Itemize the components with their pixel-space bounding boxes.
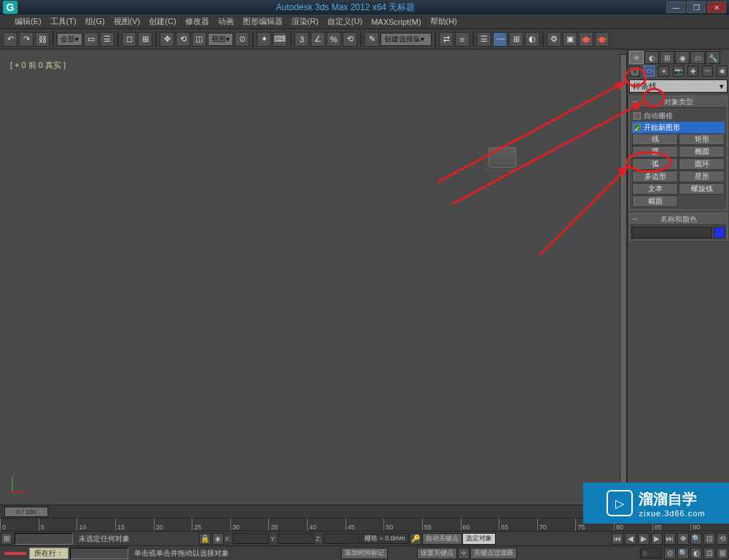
menu-item[interactable]: 创建(C) [149,16,176,27]
curve-editor-button[interactable]: 〰 [493,32,507,47]
spinner-snap-button[interactable]: ⟲ [343,32,357,47]
nav-max-icon[interactable]: ⊡ [703,548,715,559]
material-editor-button[interactable]: ◐ [525,32,539,47]
modify-tab[interactable]: ◐ [644,51,659,64]
key-filter-button[interactable]: 关键点过滤器 [470,548,517,559]
maximize-button[interactable]: ❐ [687,1,706,13]
object-type-button[interactable]: 螺旋线 [679,183,725,195]
nav-region-icon[interactable]: ⊡ [703,533,715,545]
auto-grid-checkbox[interactable]: 自动栅格 [632,110,725,122]
menu-item[interactable]: 视图(V) [114,16,141,27]
object-type-button[interactable]: 截面 [632,195,678,207]
menu-item[interactable]: 组(G) [85,16,105,27]
menu-item[interactable]: 帮助(H) [430,16,457,27]
menu-item[interactable]: 自定义(U) [327,16,362,27]
key-mode-icon[interactable]: ✧ [458,548,469,559]
object-type-button[interactable]: 椭圆 [679,146,725,158]
set-key-button[interactable]: 设置关键点 [417,548,457,559]
render-frame-button[interactable]: ▣ [563,32,577,47]
motion-tab[interactable]: ◉ [675,51,690,64]
create-tab[interactable]: ✳ [629,51,644,64]
redo-button[interactable]: ↷ [19,32,34,47]
menu-item[interactable]: 渲染(R) [292,16,319,27]
object-type-button[interactable]: 多边形 [632,171,678,182]
filter-combo[interactable]: 全部 ▾ [57,33,82,46]
layers-button[interactable]: ☰ [477,32,491,47]
object-type-button[interactable]: 文本 [632,183,678,195]
close-button[interactable]: ✕ [707,1,726,13]
pivot-button[interactable]: ⊙ [235,32,249,47]
manip-button[interactable]: ✦ [257,32,271,47]
snap-button[interactable]: 3 [295,32,309,47]
spacewarps-icon[interactable]: 〰 [702,66,713,77]
viewport-label[interactable]: [ + 0 前 0 真实 ] [10,60,620,71]
undo-button[interactable]: ↶ [3,32,17,47]
playback-prev-icon[interactable]: ◀ [625,533,636,545]
rollout-header[interactable]: 名称和颜色 [630,214,727,225]
time-config-icon[interactable]: ⊙ [664,548,676,559]
auto-key-button[interactable]: 自动关键点 [422,533,462,545]
nav-fov-icon[interactable]: ◐ [690,548,702,559]
minimize-button[interactable]: — [666,1,685,13]
nav-pan-icon[interactable]: ✥ [677,533,689,545]
link-button[interactable]: ⛓ [35,32,50,47]
playback-end-icon[interactable]: ⏭ [664,533,676,545]
menu-item[interactable]: 图形编辑器 [243,16,283,27]
playback-start-icon[interactable]: ⏮ [612,533,623,545]
menu-item[interactable]: 动画 [218,16,234,27]
move-button[interactable]: ✥ [160,32,174,47]
object-color-swatch[interactable] [714,227,725,238]
window-crossing-button[interactable]: ⊞ [138,32,152,47]
nav-max2-icon[interactable]: ⊞ [717,548,728,559]
playback-play-icon[interactable]: ▶ [638,533,650,545]
viewport-scrollbar-v[interactable] [620,54,627,497]
render-prod-button[interactable]: 🫖 [595,32,609,47]
display-tab[interactable]: ▭ [690,51,705,64]
scale-button[interactable]: ◫ [192,32,206,47]
object-type-button[interactable]: 圆 [632,146,678,158]
select-button[interactable]: ▭ [84,32,98,47]
nav-zoom2-icon[interactable]: 🔍 [677,548,689,559]
menu-item[interactable]: MAXScript(M) [371,18,421,26]
x-field[interactable] [233,533,269,544]
align-button[interactable]: ≡ [455,32,469,47]
lock-icon[interactable]: 🔒 [199,533,211,545]
systems-icon[interactable]: ✱ [717,66,728,77]
viewport[interactable]: [ + 0 前 0 真实 ] [4,54,625,500]
subcategory-combo[interactable]: 样条线▾ [629,79,728,93]
lights-icon[interactable]: ✦ [658,66,669,77]
utilities-tab[interactable]: 🔧 [706,51,720,64]
rotate-button[interactable]: ⟲ [176,32,190,47]
object-type-button[interactable]: 圆环 [679,158,725,170]
nav-zoom-icon[interactable]: 🔍 [690,533,702,545]
script-input[interactable] [70,548,128,559]
object-type-button[interactable]: 线 [632,133,678,145]
select-name-button[interactable]: ☰ [100,32,114,47]
shapes-icon[interactable]: ⬭ [644,66,655,77]
row-label[interactable]: 所在行： [29,548,69,559]
ref-coord-combo[interactable]: 视图 ▾ [208,33,233,46]
rollout-header[interactable]: 对象类型 [630,96,727,108]
nav-orbit-icon[interactable]: ⟲ [717,533,728,545]
isolate-icon[interactable]: ◈ [212,533,224,545]
add-time-tag-button[interactable]: 添加时间标记 [341,548,388,559]
object-type-button[interactable]: 弧 [632,158,678,170]
percent-snap-button[interactable]: % [327,32,341,47]
time-handle[interactable]: 0 / 100 [4,507,48,517]
key-icon[interactable]: 🔑 [410,533,421,545]
z-field[interactable] [323,533,359,544]
maxscript-button[interactable]: ⊞ [1,533,12,545]
keymode-button[interactable]: ⌨ [273,32,287,47]
render-setup-button[interactable]: ⚙ [547,32,561,47]
object-name-input[interactable] [631,227,712,238]
render-button[interactable]: 🫖 [579,32,593,47]
named-sel-edit-button[interactable]: ✎ [364,32,379,47]
object-type-button[interactable]: 星形 [679,171,725,182]
frame-field[interactable]: 0 [640,548,662,559]
hierarchy-tab[interactable]: ⊞ [660,51,674,64]
mirror-button[interactable]: ⇄ [439,32,453,47]
menu-item[interactable]: 工具(T) [50,16,77,27]
named-sel-combo[interactable]: 创建选择集 ▾ [381,33,432,46]
y-field[interactable] [278,533,314,544]
helpers-icon[interactable]: ✚ [687,66,698,77]
